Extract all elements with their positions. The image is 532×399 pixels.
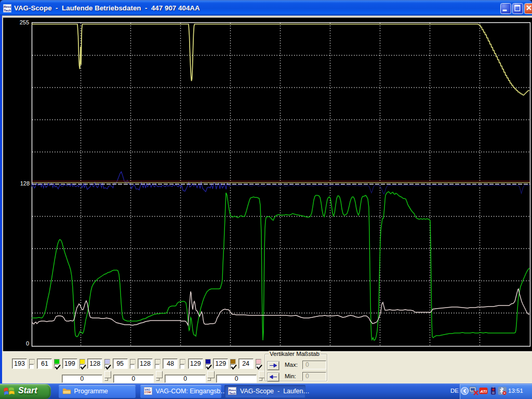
svg-text:ATI: ATI [480, 389, 487, 394]
